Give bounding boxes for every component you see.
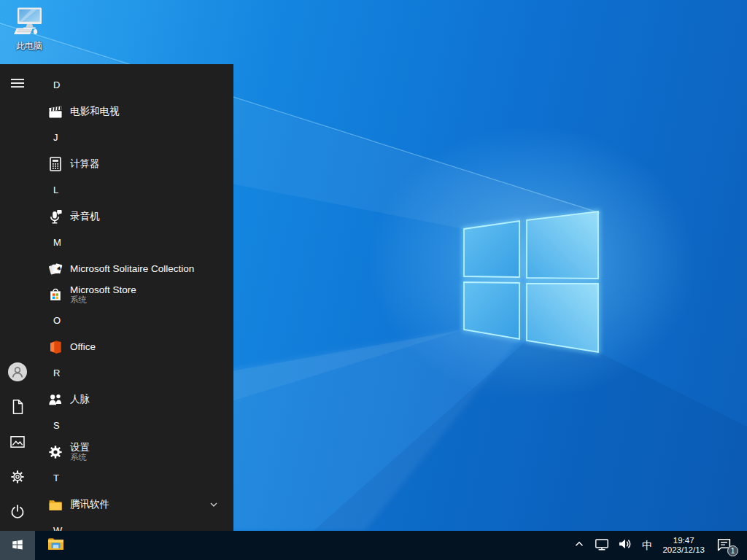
solitaire-icon: ♠	[47, 260, 64, 278]
app-item-texts: 人脉	[70, 394, 90, 405]
clock[interactable]: 19:47 2023/12/13	[657, 531, 710, 560]
file-explorer-button[interactable]	[38, 531, 73, 560]
app-item-texts: 录音机	[70, 211, 100, 222]
app-item-label: 电影和电视	[70, 106, 120, 117]
app-section-letter[interactable]: D	[35, 71, 233, 98]
app-section-letter[interactable]: R	[35, 359, 233, 386]
svg-text:♠: ♠	[55, 265, 62, 273]
taskbar: 中 19:47 2023/12/13 1	[0, 531, 747, 560]
chevron-up-icon	[572, 537, 587, 554]
calculator-icon	[47, 155, 64, 173]
notification-badge: 1	[727, 545, 738, 556]
app-section-letter[interactable]: O	[35, 307, 233, 334]
desktop: 此电脑 D电影和电视J计算器L录音机M♠Microsoft S	[0, 0, 747, 560]
taskbar-empty-area	[73, 531, 568, 560]
expand-menu-button[interactable]	[0, 67, 35, 102]
app-item-label: Office	[70, 341, 96, 352]
settings-gear-icon	[47, 443, 64, 461]
app-item-label: Microsoft Store	[70, 284, 136, 295]
movies-tv-icon	[47, 103, 64, 120]
app-item-texts: Microsoft Solitaire Collection	[70, 263, 194, 274]
network-button[interactable]	[590, 531, 614, 560]
volume-button[interactable]	[614, 531, 637, 560]
app-item-sublabel: 系统	[70, 295, 136, 305]
start-menu: D电影和电视J计算器L录音机M♠Microsoft Solitaire Coll…	[0, 64, 233, 531]
app-item[interactable]: 设置系统	[35, 439, 233, 464]
action-center-button[interactable]: 1	[710, 531, 741, 560]
app-item-texts: Microsoft Store系统	[70, 284, 136, 305]
start-rail	[0, 64, 35, 531]
app-item[interactable]: 人脉	[35, 386, 233, 412]
app-section-letter[interactable]: L	[35, 176, 233, 203]
people-icon	[47, 391, 64, 408]
windows-logo-icon	[11, 537, 24, 553]
start-button[interactable]	[0, 531, 35, 560]
clock-date: 2023/12/13	[662, 545, 705, 555]
this-pc-icon	[12, 6, 47, 39]
app-item[interactable]: 电影和电视	[35, 98, 233, 124]
file-explorer-icon	[46, 535, 66, 556]
app-item-label: 设置	[70, 442, 90, 453]
app-item-label: 人脉	[70, 394, 90, 405]
network-icon	[594, 536, 610, 555]
pictures-button[interactable]	[0, 426, 35, 461]
app-item[interactable]: Microsoft Store系统	[35, 281, 233, 307]
folder-icon	[47, 496, 64, 513]
hamburger-icon	[9, 74, 26, 95]
desktop-icon-this-pc[interactable]: 此电脑	[9, 6, 50, 52]
avatar-icon	[7, 362, 28, 385]
voice-recorder-icon	[47, 208, 64, 225]
ime-indicator[interactable]: 中	[637, 531, 658, 560]
settings-button[interactable]	[0, 461, 35, 496]
power-icon	[9, 503, 26, 524]
pictures-icon	[9, 433, 26, 454]
app-item[interactable]: 腾讯软件	[35, 491, 233, 517]
app-item-label: 计算器	[70, 158, 100, 169]
app-item-texts: 计算器	[70, 158, 100, 169]
system-tray: 中 19:47 2023/12/13 1	[568, 531, 747, 560]
app-section-letter[interactable]: J	[35, 124, 233, 151]
app-item-texts: Office	[70, 341, 96, 352]
speaker-icon	[617, 536, 633, 555]
app-item-texts: 腾讯软件	[70, 499, 109, 510]
clock-time: 19:47	[662, 536, 705, 545]
chevron-down-icon	[209, 499, 219, 510]
start-app-list: D电影和电视J计算器L录音机M♠Microsoft Solitaire Coll…	[35, 64, 233, 531]
app-section-letter[interactable]: W	[35, 517, 233, 531]
app-item[interactable]: 计算器	[35, 151, 233, 176]
account-button[interactable]	[0, 356, 35, 391]
app-item-texts: 电影和电视	[70, 106, 120, 117]
app-item-label: 腾讯软件	[70, 499, 109, 510]
app-item-sublabel: 系统	[70, 453, 90, 462]
app-item-texts: 设置系统	[70, 442, 90, 462]
app-item-label: 录音机	[70, 211, 100, 222]
store-icon	[47, 286, 64, 303]
gear-outline-icon	[9, 468, 26, 489]
documents-button[interactable]	[0, 391, 35, 426]
document-icon	[9, 398, 26, 419]
hidden-icons-button[interactable]	[568, 531, 590, 560]
app-section-letter[interactable]: S	[35, 412, 233, 439]
app-item-label: Microsoft Solitaire Collection	[70, 263, 194, 274]
office-icon	[47, 338, 64, 356]
power-button[interactable]	[0, 496, 35, 531]
app-item[interactable]: ♠Microsoft Solitaire Collection	[35, 256, 233, 281]
app-section-letter[interactable]: T	[35, 464, 233, 491]
app-item[interactable]: 录音机	[35, 203, 233, 229]
app-section-letter[interactable]: M	[35, 229, 233, 256]
app-item[interactable]: Office	[35, 334, 233, 359]
desktop-icon-label: 此电脑	[16, 40, 42, 52]
